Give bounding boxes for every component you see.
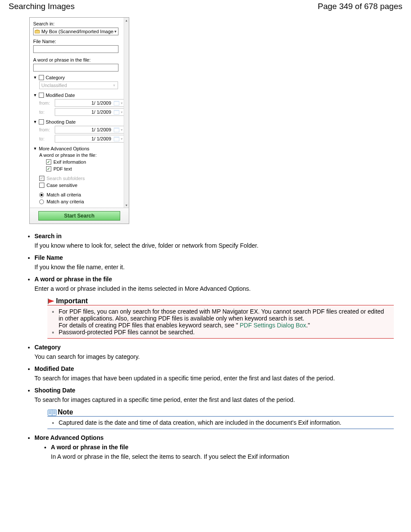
match-any-radio[interactable] xyxy=(39,199,44,204)
word-phrase-label: A word or phrase in the file: xyxy=(33,57,125,62)
important-item: For PDF files, you can only search for t… xyxy=(59,308,390,329)
from-label: from: xyxy=(39,100,52,106)
to-label: to: xyxy=(39,136,52,141)
shooting-date-checkbox[interactable] xyxy=(39,119,44,124)
term: More Advanced Options xyxy=(34,434,394,441)
desc: You can search for images by category. xyxy=(34,353,394,360)
match-all-row: Match all criteria xyxy=(39,192,125,197)
note-item: Captured date is the date and time of da… xyxy=(59,419,390,426)
term: A word or phrase in the file xyxy=(34,276,394,283)
shooting-from-row: from: 1/ 1/2009 ▼ xyxy=(39,126,125,134)
match-all-radio[interactable] xyxy=(39,193,44,197)
collapse-icon[interactable]: ▼ xyxy=(33,76,37,80)
file-name-label: File Name: xyxy=(33,39,125,44)
modified-date-checkbox[interactable] xyxy=(39,93,44,98)
match-any-row: Match any criteria xyxy=(39,199,125,204)
exif-label: Exif information xyxy=(53,159,86,165)
desc: If you know where to look for, select th… xyxy=(34,242,394,249)
shooting-date-section: ▼ Shooting Date xyxy=(33,119,125,124)
term: Category xyxy=(34,344,394,351)
page-header: Searching Images Page 349 of 678 pages xyxy=(9,2,402,11)
note-icon xyxy=(47,409,57,416)
scroll-up-icon[interactable]: ▲ xyxy=(124,18,129,23)
shooting-to-input[interactable]: 1/ 1/2009 ▼ xyxy=(55,135,125,143)
collapse-icon[interactable]: ▼ xyxy=(33,93,37,97)
calendar-icon xyxy=(114,100,119,106)
subfolders-checkbox xyxy=(39,176,44,181)
category-dropdown[interactable]: Unclassified ▼ xyxy=(39,81,118,89)
search-dialog: ▲ ▼ Search in: My Box (Scanned/Imported … xyxy=(29,17,129,224)
collapse-icon[interactable]: ▼ xyxy=(33,147,37,151)
case-row: Case sensitive xyxy=(39,183,125,188)
list-item: Shooting Date To search for images captu… xyxy=(34,387,394,429)
search-in-dropdown[interactable]: My Box (Scanned/Imported Images) ▼ xyxy=(33,28,118,35)
pdf-settings-link[interactable]: PDF Settings Dialog Box xyxy=(240,322,306,329)
subfolders-row: Search subfolders xyxy=(39,176,125,181)
collapse-icon[interactable]: ▼ xyxy=(33,120,37,124)
term: File Name xyxy=(34,254,394,261)
shooting-from-input[interactable]: 1/ 1/2009 ▼ xyxy=(55,126,125,134)
desc: If you know the file name, enter it. xyxy=(34,264,394,271)
term: Shooting Date xyxy=(34,387,394,394)
category-section: ▼ Category xyxy=(33,75,125,80)
list-item: More Advanced Options A word or phrase i… xyxy=(34,434,394,460)
calendar-icon xyxy=(114,109,119,115)
start-search-button[interactable]: Start Search xyxy=(38,211,120,221)
list-item: A word or phrase in the file Enter a wor… xyxy=(34,276,394,339)
term: A word or phrase in the file xyxy=(51,444,394,451)
modified-from-row: from: 1/ 1/2009 ▼ xyxy=(39,99,125,107)
more-adv-sublabel: A word or phrase in the file: xyxy=(39,152,97,158)
shooting-to-row: to: 1/ 1/2009 ▼ xyxy=(39,135,125,143)
subfolders-label: Search subfolders xyxy=(47,176,85,181)
match-all-label: Match all criteria xyxy=(47,192,81,197)
case-checkbox[interactable] xyxy=(39,183,44,188)
modified-to-input[interactable]: 1/ 1/2009 ▼ xyxy=(55,108,125,116)
search-in-value: My Box (Scanned/Imported Images) xyxy=(41,29,114,34)
doc-body: Search in If you know where to look for,… xyxy=(17,233,394,460)
flag-icon xyxy=(47,298,55,305)
svg-rect-5 xyxy=(114,128,119,129)
important-item: Password-protected PDF files cannot be s… xyxy=(59,329,390,336)
category-label: Category xyxy=(46,75,65,80)
box-icon xyxy=(34,29,40,34)
desc: To search for images that have been upda… xyxy=(34,375,394,382)
calendar-icon xyxy=(114,127,119,132)
chevron-down-icon: ▼ xyxy=(120,111,123,114)
category-checkbox[interactable] xyxy=(39,75,44,80)
svg-marker-8 xyxy=(48,299,54,303)
shooting-date-label: Shooting Date xyxy=(46,119,76,124)
page-indicator: Page 349 of 678 pages xyxy=(318,2,402,11)
note-title: Note xyxy=(58,408,73,416)
desc: To search for images captured in a speci… xyxy=(34,396,394,403)
important-callout: Important For PDF files, you can only se… xyxy=(47,297,394,339)
pdf-checkbox[interactable] xyxy=(46,166,51,171)
term: Modified Date xyxy=(34,365,394,372)
word-phrase-input[interactable] xyxy=(33,64,118,72)
note-callout: Note Captured date is the date and time … xyxy=(47,408,394,429)
exif-checkbox[interactable] xyxy=(46,159,51,165)
list-item: Modified Date To search for images that … xyxy=(34,365,394,382)
scroll-down-icon[interactable]: ▼ xyxy=(124,202,129,208)
desc: In A word or phrase in the file, select … xyxy=(51,453,394,460)
list-item: Search in If you know where to look for,… xyxy=(34,233,394,249)
case-label: Case sensitive xyxy=(47,183,78,188)
pdf-label: PDF text xyxy=(53,166,72,171)
more-adv-sublabel-row: A word or phrase in the file: xyxy=(39,152,125,158)
svg-rect-7 xyxy=(114,137,119,138)
svg-rect-9 xyxy=(48,299,49,304)
chevron-down-icon: ▼ xyxy=(120,137,123,140)
modified-from-input[interactable]: 1/ 1/2009 ▼ xyxy=(55,99,125,107)
modified-date-label: Modified Date xyxy=(46,93,75,98)
list-item: Category You can search for images by ca… xyxy=(34,344,394,360)
chevron-down-icon: ▼ xyxy=(120,102,123,105)
page-title: Searching Images xyxy=(9,2,75,11)
search-in-label: Search in: xyxy=(33,21,125,26)
modified-date-section: ▼ Modified Date xyxy=(33,93,125,98)
svg-rect-3 xyxy=(114,110,119,112)
scrollbar[interactable]: ▲ ▼ xyxy=(124,18,129,208)
desc: Enter a word or phrase included in the i… xyxy=(34,285,394,292)
search-dialog-body: ▲ ▼ Search in: My Box (Scanned/Imported … xyxy=(29,17,129,208)
file-name-input[interactable] xyxy=(33,45,118,53)
category-value: Unclassified xyxy=(41,83,112,88)
from-label: from: xyxy=(39,127,52,132)
